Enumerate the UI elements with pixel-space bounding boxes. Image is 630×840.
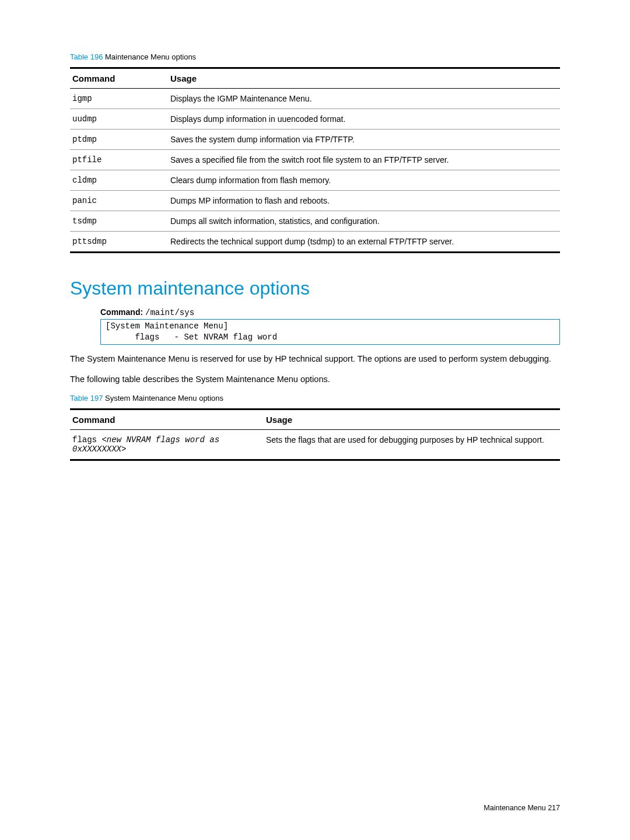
table-row: tsdmp Dumps all switch information, stat…	[70, 211, 560, 232]
table-196-header-command: Command	[70, 68, 168, 89]
table-row: pttsdmp Redirects the technical support …	[70, 232, 560, 253]
table-196-caption: Table 196 Maintenance Menu options	[70, 52, 560, 61]
usage-cell: Displays the IGMP Maintenance Menu.	[168, 89, 560, 109]
table-row: igmp Displays the IGMP Maintenance Menu.	[70, 89, 560, 109]
cmd-cell: flags <new NVRAM flags word as 0xXXXXXXX…	[70, 429, 264, 460]
table-196-header-usage: Usage	[168, 68, 560, 89]
table-197-title: System Maintenance Menu options	[105, 394, 223, 402]
code-content: [System Maintenance Menu] flags - Set NV…	[101, 320, 559, 344]
table-196-title: Maintenance Menu options	[105, 52, 196, 61]
usage-cell: Saves the system dump information via FT…	[168, 130, 560, 150]
table-196-number: Table 196	[70, 52, 103, 61]
paragraph-1: The System Maintenance Menu is reserved …	[70, 353, 560, 365]
table-197-header-command: Command	[70, 409, 264, 429]
table-196: Command Usage igmp Displays the IGMP Mai…	[70, 67, 560, 253]
table-197: Command Usage flags <new NVRAM flags wor…	[70, 408, 560, 461]
usage-cell: Dumps MP information to flash and reboot…	[168, 191, 560, 211]
table-row: ptdmp Saves the system dump information …	[70, 130, 560, 150]
usage-cell: Dumps all switch information, statistics…	[168, 211, 560, 232]
cmd-cell: pttsdmp	[70, 232, 168, 253]
section-heading-system-maintenance: System maintenance options	[70, 278, 560, 299]
usage-cell: Clears dump information from flash memor…	[168, 170, 560, 191]
table-row: cldmp Clears dump information from flash…	[70, 170, 560, 191]
cmd-cell: tsdmp	[70, 211, 168, 232]
cmd-cell: cldmp	[70, 170, 168, 191]
command-path: /maint/sys	[145, 308, 194, 317]
paragraph-2: The following table describes the System…	[70, 373, 560, 386]
table-row: ptfile Saves a specified file from the s…	[70, 150, 560, 170]
cmd-cell: panic	[70, 191, 168, 211]
table-197-number: Table 197	[70, 394, 103, 402]
code-box: [System Maintenance Menu] flags - Set NV…	[100, 319, 560, 345]
cmd-cell: ptfile	[70, 150, 168, 170]
table-row: panic Dumps MP information to flash and …	[70, 191, 560, 211]
command-label: Command:	[100, 307, 143, 317]
usage-cell: Sets the flags that are used for debuggi…	[264, 429, 560, 460]
table-row: flags <new NVRAM flags word as 0xXXXXXXX…	[70, 429, 560, 460]
command-line: Command: /maint/sys	[100, 307, 560, 317]
usage-cell: Redirects the technical support dump (ts…	[168, 232, 560, 253]
usage-cell: Displays dump information in uuencoded f…	[168, 109, 560, 130]
cmd-prefix: flags	[72, 435, 102, 444]
cmd-cell: uudmp	[70, 109, 168, 130]
cmd-cell: ptdmp	[70, 130, 168, 150]
page-footer: Maintenance Menu 217	[484, 804, 560, 812]
table-row: uudmp Displays dump information in uuenc…	[70, 109, 560, 130]
cmd-cell: igmp	[70, 89, 168, 109]
table-197-caption: Table 197 System Maintenance Menu option…	[70, 394, 560, 402]
table-197-header-usage: Usage	[264, 409, 560, 429]
usage-cell: Saves a specified file from the switch r…	[168, 150, 560, 170]
